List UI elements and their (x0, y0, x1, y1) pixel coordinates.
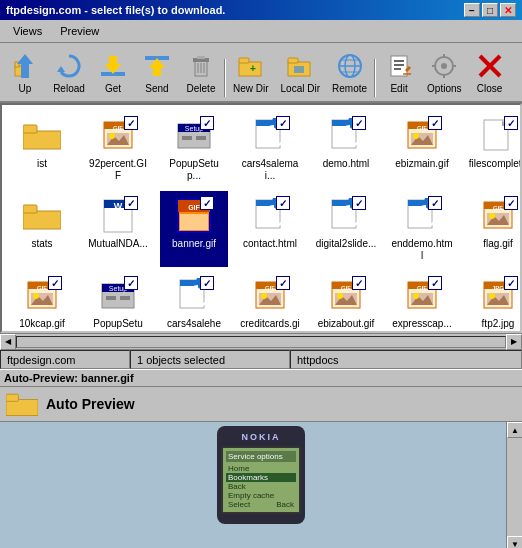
svg-text:GIF: GIF (37, 285, 47, 291)
minimize-button[interactable]: − (464, 3, 480, 17)
svg-rect-51 (182, 136, 192, 140)
scroll-right-button[interactable]: ▶ (506, 334, 522, 350)
file-check: ✓ (200, 116, 214, 130)
edit-icon (383, 50, 415, 82)
status-directory: httpdocs (290, 350, 522, 369)
file-icon: GIF ✓ (174, 196, 214, 236)
phone-menu-cache: Empty cache (226, 491, 296, 500)
phone-menu-back: Back (226, 482, 296, 491)
file-item[interactable]: ✓cars4salehel... (160, 271, 228, 333)
delete-label: Delete (187, 83, 216, 94)
file-item[interactable]: ✓demo.html (312, 111, 380, 187)
send-button[interactable]: Send (136, 47, 178, 97)
file-item[interactable]: stats (8, 191, 76, 267)
file-item[interactable]: ✓enddemo.html (388, 191, 456, 267)
file-icon: ✓ (402, 196, 442, 236)
file-check: ✓ (124, 116, 138, 130)
file-item[interactable]: GIF ✓creditcards.gif (236, 271, 304, 333)
svg-rect-105 (106, 296, 116, 300)
file-icon: Setup ✓ (98, 276, 138, 316)
menu-views[interactable]: Views (4, 22, 51, 40)
file-item[interactable]: ist (8, 111, 76, 187)
newdir-button[interactable]: + New Dir (228, 47, 274, 97)
scroll-left-button[interactable]: ◀ (0, 334, 16, 350)
status-selected: 1 objects selected (130, 350, 290, 369)
svg-rect-106 (120, 296, 130, 300)
edit-button[interactable]: Edit (378, 47, 420, 97)
file-item[interactable]: GIF ✓flag.gif (464, 191, 520, 267)
file-check: ✓ (48, 276, 62, 290)
preview-content: NOKIA Service options Home Bookmarks Bac… (0, 422, 522, 548)
file-item[interactable]: Setup ✓PopupSetup... (160, 111, 228, 187)
file-item[interactable]: GIF ✓10kcap.gif (8, 271, 76, 333)
file-item[interactable]: GIF ✓ebizmain.gif (388, 111, 456, 187)
file-item[interactable]: GIF ✓banner.gif (160, 191, 228, 267)
newdir-icon: + (235, 50, 267, 82)
menu-preview[interactable]: Preview (51, 22, 108, 40)
svg-text:GIF: GIF (417, 125, 427, 131)
file-item[interactable]: W ✓MutualNDA... (84, 191, 152, 267)
scroll-track-h[interactable] (16, 336, 506, 348)
up-button[interactable]: Up (4, 47, 46, 97)
svg-point-116 (261, 293, 267, 299)
close-toolbar-icon (474, 50, 506, 82)
svg-point-95 (489, 213, 495, 219)
svg-rect-11 (197, 56, 205, 59)
file-name: 10kcap.gif (19, 318, 65, 330)
file-icon: GIF ✓ (98, 116, 138, 156)
toolbar-separator-2 (374, 59, 376, 97)
svg-point-101 (33, 293, 39, 299)
phone-menu-bookmarks: Bookmarks (226, 473, 296, 482)
file-item[interactable]: GIF ✓92percent.GIF (84, 111, 152, 187)
maximize-button[interactable]: □ (482, 3, 498, 17)
file-item[interactable]: ✓contact.html (236, 191, 304, 267)
file-check: ✓ (428, 116, 442, 130)
preview-scroll-track[interactable] (507, 438, 522, 536)
svg-text:W: W (114, 201, 123, 211)
file-item[interactable]: JPG ✓ftp2.jpg (464, 271, 520, 333)
file-name: cars4salemai... (239, 158, 301, 182)
up-label: Up (19, 83, 32, 94)
svg-point-47 (109, 133, 115, 139)
preview-scrollbar[interactable]: ▲ ▼ (506, 422, 522, 548)
svg-point-134 (489, 293, 495, 299)
close-toolbar-label: Close (477, 83, 503, 94)
delete-button[interactable]: Delete (180, 47, 222, 97)
horizontal-scrollbar[interactable]: ◀ ▶ (0, 333, 522, 349)
file-icon: GIF ✓ (326, 276, 366, 316)
svg-rect-40 (23, 131, 61, 149)
reload-button[interactable]: Reload (48, 47, 90, 97)
file-item[interactable]: GIF ✓ebizabout.gif (312, 271, 380, 333)
options-button[interactable]: Options (422, 47, 466, 97)
svg-text:GIF: GIF (341, 285, 351, 291)
file-icon: JPG ✓ (478, 276, 518, 316)
close-toolbar-button[interactable]: Close (469, 47, 511, 97)
get-label: Get (105, 83, 121, 94)
send-icon (141, 50, 173, 82)
file-check: ✓ (352, 196, 366, 210)
close-button[interactable]: ✕ (500, 3, 516, 17)
file-item[interactable]: ✓filescomplete (464, 111, 520, 187)
file-check: ✓ (276, 196, 290, 210)
remote-button[interactable]: Remote (327, 47, 372, 97)
file-item[interactable]: Setup ✓PopupSetup... (84, 271, 152, 333)
file-item[interactable]: GIF ✓expresscap... (388, 271, 456, 333)
localdir-label: Local Dir (281, 83, 320, 94)
status-site: ftpdesign.com (0, 350, 130, 369)
svg-rect-19 (288, 58, 298, 63)
remote-icon (334, 50, 366, 82)
file-item[interactable]: ✓digital2slide... (312, 191, 380, 267)
file-name: enddemo.html (391, 238, 453, 262)
localdir-button[interactable]: Local Dir (276, 47, 325, 97)
svg-point-66 (413, 133, 419, 139)
phone-menu-title: Service options (226, 451, 296, 462)
preview-scroll-down[interactable]: ▼ (507, 536, 522, 548)
get-button[interactable]: Get (92, 47, 134, 97)
menu-bar: Views Preview (0, 20, 522, 43)
file-item[interactable]: ✓cars4salemai... (236, 111, 304, 187)
file-name: expresscap... (392, 318, 451, 330)
svg-rect-77 (180, 214, 208, 230)
file-check: ✓ (352, 276, 366, 290)
file-grid: ist GIF ✓92percent.GIF Setup ✓PopupSetup… (2, 105, 520, 333)
preview-scroll-up[interactable]: ▲ (507, 422, 522, 438)
